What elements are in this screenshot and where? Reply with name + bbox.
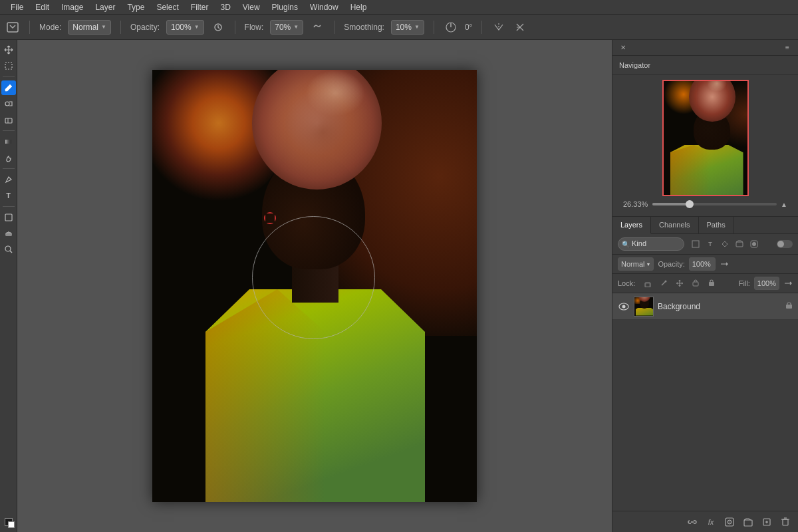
filter-mask-btn[interactable]: [748, 238, 760, 250]
smoothing-value: 10%: [396, 23, 412, 32]
main-area: T: [0, 40, 798, 532]
filter-toggle[interactable]: [777, 240, 793, 248]
zoom-slider-thumb[interactable]: [686, 200, 694, 208]
earring: [264, 212, 276, 224]
opacity-adjust-icon[interactable]: [720, 259, 729, 269]
lock-move-btn[interactable]: [674, 277, 686, 289]
svg-line-12: [10, 251, 12, 253]
fill-adjust-icon[interactable]: [783, 279, 793, 288]
svg-rect-18: [646, 283, 650, 287]
foreground-color-btn[interactable]: [1, 515, 16, 529]
clone-tool-btn[interactable]: [1, 96, 16, 111]
add-mask-btn[interactable]: [722, 515, 737, 529]
menu-3d[interactable]: 3D: [215, 1, 235, 13]
opacity-value-box[interactable]: 100%: [689, 257, 716, 271]
menu-type[interactable]: Type: [122, 1, 150, 13]
menu-layer[interactable]: Layer: [90, 1, 120, 13]
mode-value: Normal: [72, 23, 98, 32]
airbrush-btn[interactable]: [310, 20, 325, 35]
layer-item-background[interactable]: Background: [612, 293, 798, 320]
filter-toggle-knob: [777, 241, 784, 247]
canvas-container: [152, 70, 477, 502]
filter-smart-btn[interactable]: [719, 238, 731, 250]
layers-props-row: Normal ▼ Opacity: 100%: [612, 255, 798, 274]
options-separator-5: [434, 21, 434, 34]
svg-rect-14: [736, 242, 743, 247]
menu-view[interactable]: View: [237, 1, 265, 13]
opacity-arrow-icon: ▼: [194, 24, 200, 30]
link-layers-btn[interactable]: [685, 515, 700, 529]
lt-jacket: [636, 308, 653, 316]
menu-help[interactable]: Help: [345, 1, 372, 13]
new-layer-btn[interactable]: [759, 515, 774, 529]
panel-collapse-btn[interactable]: ✕: [618, 43, 628, 53]
flow-dropdown[interactable]: 70% ▼: [270, 20, 303, 35]
layers-lock-row: Lock: Fill: 100%: [612, 274, 798, 293]
mode-arrow-icon: ▼: [101, 24, 106, 30]
brush-pressure-btn[interactable]: [211, 20, 225, 35]
smoothing-dropdown[interactable]: 10% ▼: [391, 20, 424, 35]
menu-plugins[interactable]: Plugins: [267, 1, 303, 13]
menu-edit[interactable]: Edit: [30, 1, 55, 13]
zoom-slider[interactable]: [652, 203, 777, 205]
menu-filter[interactable]: Filter: [186, 1, 214, 13]
fill-value-box[interactable]: 100%: [754, 277, 779, 290]
tab-paths[interactable]: Paths: [699, 217, 734, 233]
eraser-tool-btn[interactable]: [1, 112, 16, 127]
extra-settings-btn[interactable]: [513, 20, 527, 35]
svg-rect-27: [744, 520, 752, 526]
zoom-tool-btn[interactable]: [1, 242, 16, 257]
filter-group-btn[interactable]: [733, 238, 745, 250]
lock-pixels-btn[interactable]: [642, 277, 654, 289]
burn-tool-btn[interactable]: [1, 150, 16, 165]
svg-point-19: [665, 281, 667, 283]
symmetry-btn[interactable]: [491, 20, 506, 35]
nav-jacket-warm: [670, 145, 710, 195]
tab-channels[interactable]: Channels: [651, 217, 698, 233]
svg-rect-9: [5, 140, 12, 144]
menu-window[interactable]: Window: [305, 1, 344, 13]
angle-btn[interactable]: [444, 20, 458, 35]
hand-tool-btn[interactable]: [1, 226, 16, 241]
fx-btn[interactable]: fx: [704, 515, 718, 529]
navigator-thumbnail[interactable]: [662, 80, 749, 196]
opacity-value: 100%: [171, 23, 192, 32]
gradient-tool-btn[interactable]: [1, 134, 16, 149]
lock-label: Lock:: [618, 279, 635, 287]
delete-layer-btn[interactable]: [778, 515, 793, 529]
lock-paint-btn[interactable]: [658, 277, 670, 289]
mode-dropdown[interactable]: Normal ▼: [68, 20, 111, 35]
pen-tool-btn[interactable]: [1, 172, 16, 187]
svg-point-6: [5, 102, 9, 106]
canvas-area[interactable]: [17, 40, 612, 532]
select-tool-btn[interactable]: [1, 59, 16, 73]
filter-pixel-btn[interactable]: [690, 238, 702, 250]
lock-all-btn[interactable]: [706, 277, 718, 289]
menu-file[interactable]: File: [5, 1, 29, 13]
layer-visibility-btn[interactable]: [618, 301, 630, 313]
brush-tool-btn[interactable]: [1, 80, 16, 95]
text-tool-btn[interactable]: T: [1, 188, 16, 203]
flow-label: Flow:: [245, 23, 264, 32]
menu-image[interactable]: Image: [56, 1, 88, 13]
lock-artboard-btn[interactable]: [690, 277, 702, 289]
navigator-panel: Navigator 26.33%: [612, 56, 798, 217]
move-tool-btn[interactable]: [1, 43, 16, 57]
tab-layers[interactable]: Layers: [612, 217, 651, 234]
filter-icons: T: [690, 238, 760, 250]
shape-tool-btn[interactable]: [1, 210, 16, 225]
zoom-in-icon[interactable]: ▲: [781, 201, 787, 208]
svg-point-11: [5, 246, 11, 251]
menu-select[interactable]: Select: [151, 1, 184, 13]
layers-tabs: Layers Channels Paths: [612, 217, 798, 234]
svg-point-16: [752, 242, 756, 246]
panel-menu-btn[interactable]: ≡: [782, 43, 793, 53]
filter-search-wrap: 🔍 Kind: [618, 237, 684, 251]
blend-mode-dropdown[interactable]: Normal ▼: [618, 257, 654, 271]
layers-footer: fx: [612, 511, 798, 532]
new-group-btn[interactable]: [741, 515, 755, 529]
filter-type-btn[interactable]: T: [704, 238, 716, 250]
svg-rect-24: [786, 305, 792, 309]
opacity-dropdown[interactable]: 100% ▼: [166, 20, 204, 35]
photo-canvas: [152, 70, 477, 502]
